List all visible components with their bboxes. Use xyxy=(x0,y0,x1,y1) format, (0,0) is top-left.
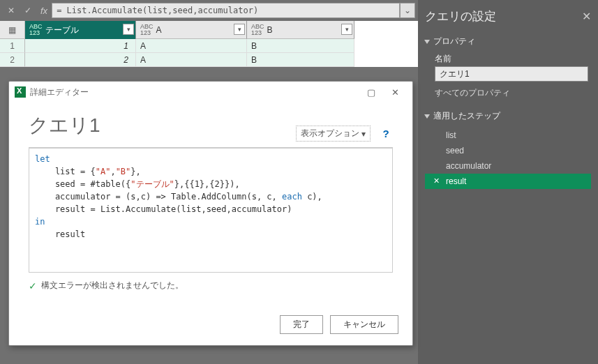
type-any-icon: ABC 123 xyxy=(140,24,154,36)
all-properties-link[interactable]: すべてのプロパティ xyxy=(425,82,591,107)
cancel-formula-icon[interactable]: ✕ xyxy=(3,2,20,19)
row-number: 2 xyxy=(0,53,25,67)
properties-section-header[interactable]: プロパティ xyxy=(425,33,591,50)
applied-step[interactable]: seed xyxy=(425,143,591,158)
type-any-icon: ABC 123 xyxy=(251,24,264,36)
cell: A xyxy=(136,53,247,67)
fx-label: fx xyxy=(36,6,52,16)
name-label: 名前 xyxy=(425,50,591,66)
column-filter-dropdown[interactable]: ▾ xyxy=(341,24,352,35)
column-filter-dropdown[interactable]: ▾ xyxy=(234,24,245,35)
check-icon: ✓ xyxy=(29,280,37,291)
column-header-2[interactable]: ABC 123 B ▾ xyxy=(247,21,354,39)
cancel-button[interactable]: キャンセル xyxy=(330,315,398,334)
row-number: 1 xyxy=(0,39,25,53)
column-filter-dropdown[interactable]: ▾ xyxy=(123,24,134,35)
advanced-editor-dialog: 詳細エディター ▢ ✕ クエリ1 表示オプション ▾ ? let list = … xyxy=(8,81,413,346)
done-button[interactable]: 完了 xyxy=(280,315,323,334)
applied-step-selected[interactable]: result xyxy=(425,174,591,189)
column-header-label: テーブル xyxy=(45,24,79,36)
code-editor[interactable]: let list = {"A","B"}, seed = #table({"テー… xyxy=(29,147,393,273)
cell: 2 xyxy=(25,53,136,67)
cell: 1 xyxy=(25,39,136,53)
column-header-1[interactable]: ABC 123 A ▾ xyxy=(136,21,247,39)
help-icon[interactable]: ? xyxy=(379,127,393,141)
column-header-label: B xyxy=(267,25,273,35)
formula-input[interactable] xyxy=(52,3,400,18)
applied-step[interactable]: list xyxy=(425,128,591,143)
query-name-input[interactable] xyxy=(435,66,588,82)
display-options-dropdown[interactable]: 表示オプション ▾ xyxy=(296,126,371,142)
type-any-icon: ABC 123 xyxy=(29,24,43,36)
column-header-label: A xyxy=(156,25,162,35)
table-row[interactable]: 1 1 A B xyxy=(0,39,418,53)
formula-bar: ✕ ✓ fx ⌄ xyxy=(0,0,418,21)
accept-formula-icon[interactable]: ✓ xyxy=(20,2,36,19)
settings-title: クエリの設定 xyxy=(425,8,496,24)
syntax-status: ✓ 構文エラーが検出されませんでした。 xyxy=(29,273,393,291)
close-icon[interactable]: ✕ xyxy=(383,87,407,98)
dialog-heading: クエリ1 xyxy=(29,108,100,142)
expand-formula-icon[interactable]: ⌄ xyxy=(400,3,415,18)
excel-icon xyxy=(15,86,26,98)
cell: B xyxy=(247,53,354,67)
data-grid: ▦ ABC 123 テーブル ▾ ABC 123 A ▾ ABC 123 B ▾… xyxy=(0,21,418,67)
dialog-title: 詳細エディター xyxy=(30,86,89,98)
steps-section-header[interactable]: 適用したステップ xyxy=(425,107,591,125)
cell: B xyxy=(247,39,354,53)
table-row[interactable]: 2 2 A B xyxy=(0,53,418,67)
applied-step[interactable]: accumulator xyxy=(425,158,591,174)
maximize-icon[interactable]: ▢ xyxy=(359,87,383,98)
close-icon[interactable]: ✕ xyxy=(582,10,591,23)
cell: A xyxy=(136,39,247,53)
column-header-0[interactable]: ABC 123 テーブル ▾ xyxy=(25,21,136,39)
table-corner-icon[interactable]: ▦ xyxy=(0,21,25,39)
query-settings-panel: クエリの設定 ✕ プロパティ 名前 すべてのプロパティ 適用したステップ lis… xyxy=(418,0,598,364)
